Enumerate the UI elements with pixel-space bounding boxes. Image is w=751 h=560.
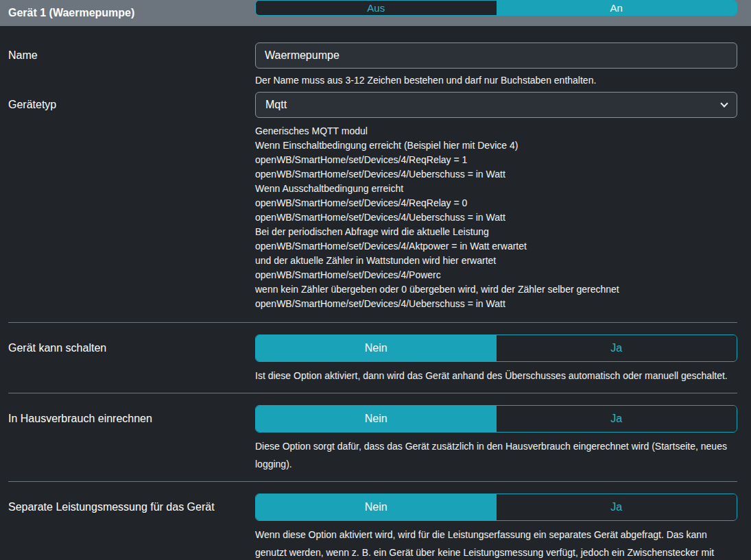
separate-leistungsmessung-field-cell: Nein Ja Wenn diese Option aktiviert wird… xyxy=(255,494,737,560)
device-type-label: Gerätetyp xyxy=(8,92,255,118)
geraet-kann-schalten-help-text: Ist diese Option aktiviert, dann wird da… xyxy=(255,367,737,385)
name-help-text: Der Name muss aus 3-12 Zeichen bestehen … xyxy=(255,73,737,87)
hausverbrauch-ja-button[interactable]: Ja xyxy=(497,406,737,432)
name-row: Name Der Name muss aus 3-12 Zeichen best… xyxy=(8,42,737,87)
device-power-off-button[interactable]: Aus xyxy=(256,1,497,15)
name-field-cell: Der Name muss aus 3-12 Zeichen bestehen … xyxy=(255,42,737,87)
device-type-select[interactable]: Mqtt xyxy=(255,92,737,118)
name-label: Name xyxy=(8,42,255,69)
separate-leistungsmessung-help-text: Wenn diese Option aktiviert wird, wird f… xyxy=(255,526,737,560)
separate-leistungsmessung-nein-button[interactable]: Nein xyxy=(256,494,497,520)
separate-leistungsmessung-ja-button[interactable]: Ja xyxy=(497,494,737,520)
device-power-on-button[interactable]: An xyxy=(497,1,737,15)
hausverbrauch-label: In Hausverbrauch einrechnen xyxy=(8,405,255,433)
hausverbrauch-field-cell: Nein Ja Diese Option sorgt dafür, dass d… xyxy=(255,405,737,473)
device-type-row: Gerätetyp Mqtt Generisches MQTT modul We… xyxy=(8,92,737,322)
device-card-header: Gerät 1 (Waermepumpe) Aus An xyxy=(0,0,751,26)
chevron-down-icon xyxy=(720,99,728,107)
geraet-kann-schalten-ja-button[interactable]: Ja xyxy=(497,335,737,361)
separate-leistungsmessung-label: Separate Leistungsmessung für das Gerät xyxy=(8,494,255,521)
device-settings-form: Name Der Name muss aus 3-12 Zeichen best… xyxy=(0,42,751,560)
device-title: Gerät 1 (Waermepumpe) xyxy=(8,7,134,19)
separate-leistungsmessung-toggle: Nein Ja xyxy=(255,494,737,521)
setting-row-geraet-kann-schalten: Gerät kann schalten Nein Ja Ist diese Op… xyxy=(8,322,737,393)
device-type-help-text: Generisches MQTT modul Wenn Einschaltbed… xyxy=(255,124,737,311)
geraet-kann-schalten-field-cell: Nein Ja Ist diese Option aktiviert, dann… xyxy=(255,334,737,385)
geraet-kann-schalten-label: Gerät kann schalten xyxy=(8,334,255,362)
hausverbrauch-nein-button[interactable]: Nein xyxy=(256,406,497,432)
device-type-field-cell: Mqtt Generisches MQTT modul Wenn Einscha… xyxy=(255,92,737,322)
hausverbrauch-toggle: Nein Ja xyxy=(255,405,737,433)
setting-row-separate-leistungsmessung: Separate Leistungsmessung für das Gerät … xyxy=(8,481,737,560)
geraet-kann-schalten-toggle: Nein Ja xyxy=(255,334,737,362)
name-input[interactable] xyxy=(255,42,737,69)
setting-row-hausverbrauch: In Hausverbrauch einrechnen Nein Ja Dies… xyxy=(8,393,737,481)
hausverbrauch-help-text: Diese Option sorgt dafür, dass das Gerät… xyxy=(255,437,737,473)
geraet-kann-schalten-nein-button[interactable]: Nein xyxy=(256,335,497,361)
device-type-selected-value: Mqtt xyxy=(265,99,287,111)
device-power-toggle: Aus An xyxy=(255,0,737,16)
